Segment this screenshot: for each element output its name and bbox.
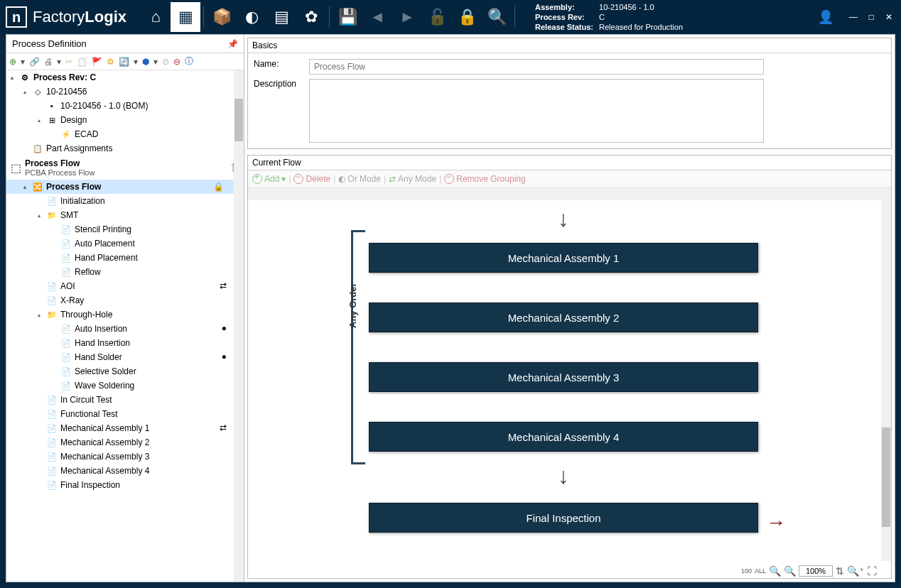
filter-icon[interactable]: ⬢ xyxy=(142,57,149,67)
canvas-scrollbar[interactable] xyxy=(881,200,891,561)
zoom-stepper[interactable]: ⇅ xyxy=(836,565,844,577)
tree-xray[interactable]: 📄X-Ray xyxy=(6,293,244,307)
delete-icon[interactable]: ⊖ xyxy=(173,57,180,67)
tree-functional-test[interactable]: 📄Functional Test xyxy=(6,407,244,421)
description-input[interactable] xyxy=(309,79,764,143)
tree-reflow[interactable]: 📄Reflow xyxy=(6,265,244,279)
add-button[interactable]: Add▾ xyxy=(252,174,286,184)
user-icon[interactable]: 👤 xyxy=(811,2,841,32)
tree-hand-solder[interactable]: 📄Hand Solder xyxy=(6,350,244,364)
tree-through-hole[interactable]: ▴📁Through-Hole xyxy=(6,307,244,322)
tree-part[interactable]: ▴◇10-210456 xyxy=(6,85,244,99)
minimize-button[interactable]: — xyxy=(846,11,860,23)
cut-icon[interactable]: ✂ xyxy=(65,57,72,67)
unlock-icon[interactable]: 🔓 xyxy=(422,2,452,32)
exit-arrow-icon: → xyxy=(766,511,786,534)
tree-mech-asm-1[interactable]: 📄Mechanical Assembly 1 xyxy=(6,421,244,435)
tree-aoi[interactable]: 📄AOI xyxy=(6,279,244,293)
globe-icon[interactable]: ◐ xyxy=(237,2,266,32)
tree-mech-asm-4[interactable]: 📄Mechanical Assembly 4 xyxy=(6,464,244,478)
zoom-all-icon[interactable]: ALL xyxy=(755,567,766,575)
tree-wave-soldering[interactable]: 📄Wave Soldering xyxy=(6,379,244,393)
panel-header: Process Definition 📌 xyxy=(6,35,244,53)
back-icon[interactable]: ◄ xyxy=(362,2,392,32)
zoom-fit-icon[interactable]: ⛶ xyxy=(867,565,877,577)
zoom-in-icon[interactable]: 🔍⁺ xyxy=(847,565,864,577)
or-mode-button[interactable]: ◐Or Mode xyxy=(338,174,381,184)
zoom-out-icon[interactable]: 🔍 xyxy=(769,565,781,577)
rev-label: Process Rev: xyxy=(535,12,599,22)
tree-mech-asm-3[interactable]: 📄Mechanical Assembly 3 xyxy=(6,450,244,464)
assembly-value: 10-210456 - 1.0 xyxy=(599,2,654,12)
tree-process-flow[interactable]: ▴🔀Process Flow🔒 xyxy=(6,180,244,194)
link-icon[interactable]: 🔗 xyxy=(29,57,40,67)
info-icon[interactable]: ⓘ xyxy=(185,55,193,67)
delete-button[interactable]: Delete xyxy=(293,174,330,184)
gear-icon[interactable]: ✿ xyxy=(296,2,326,32)
panel-title: Process Definition xyxy=(12,38,87,49)
tree-bom[interactable]: ▪10-210456 - 1.0 (BOM) xyxy=(6,99,244,113)
tree-selective-solder[interactable]: 📄Selective Solder xyxy=(6,364,244,379)
pin-icon[interactable]: 📌 xyxy=(227,39,238,49)
basics-section: Basics Name: Description xyxy=(247,38,892,149)
separator xyxy=(329,6,330,28)
tree-hand-placement[interactable]: 📄Hand Placement xyxy=(6,251,244,265)
main-toolbar: ⌂ ▦ 📦 ◐ ▤ ✿ 💾 ◄ ► 🔓 🔒 🔍 xyxy=(141,2,518,32)
save-icon[interactable]: 💾 xyxy=(333,2,362,32)
maximize-button[interactable]: □ xyxy=(866,11,877,23)
zoom-input[interactable] xyxy=(799,565,833,577)
paste-icon[interactable]: 📋 xyxy=(77,57,87,67)
grid-edit-icon[interactable]: ▦ xyxy=(171,2,200,32)
tree-initialization[interactable]: 📄Initialization xyxy=(6,194,244,208)
flow-block-final[interactable]: Final Inspection xyxy=(369,503,758,533)
any-mode-button[interactable]: ⇄Any Mode xyxy=(389,174,436,184)
flow-block-ma4[interactable]: Mechanical Assembly 4 xyxy=(369,422,758,452)
zoom-status-bar: 100 ALL 🔍 🔍 ⇅ 🔍⁺ ⛶ xyxy=(741,565,877,577)
rev-value: C xyxy=(599,12,605,22)
process-definition-panel: Process Definition 📌 ⊕▾ 🔗 🖨▾ ✂ 📋 🚩 ⚙ 🔄▾ … xyxy=(6,35,244,582)
tree-mech-asm-2[interactable]: 📄Mechanical Assembly 2 xyxy=(6,435,244,450)
tree-auto-placement[interactable]: 📄Auto Placement xyxy=(6,236,244,251)
tree-rev-root[interactable]: ▴⚙Process Rev: C xyxy=(6,70,244,85)
undo-icon[interactable]: ⊘ xyxy=(162,57,169,67)
tree-ict[interactable]: 📄In Circuit Test xyxy=(6,393,244,407)
gear-small-icon[interactable]: ⚙ xyxy=(107,57,114,67)
name-input[interactable] xyxy=(309,59,764,75)
refresh-icon[interactable]: 🔄 xyxy=(119,57,129,67)
zoom-100-icon[interactable]: 100 xyxy=(741,567,752,575)
process-flow-section[interactable]: ⬚ Process Flow PCBA Process Flow ⬆ xyxy=(6,156,244,180)
flow-canvas[interactable]: ↓ Any Order Mechanical Assembly 1 Mechan… xyxy=(248,187,891,578)
tree-hand-insertion[interactable]: 📄Hand Insertion xyxy=(6,336,244,350)
package-icon[interactable]: 📦 xyxy=(207,2,237,32)
tree-ecad[interactable]: ⚡ECAD xyxy=(6,127,244,141)
lock-icon[interactable]: 🔒 xyxy=(452,2,482,32)
zoom-out-icon[interactable]: 🔍 xyxy=(784,565,796,577)
tree-scrollbar[interactable] xyxy=(234,70,244,582)
tree-smt[interactable]: ▴📁SMT xyxy=(6,208,244,222)
home-icon[interactable]: ⌂ xyxy=(141,2,171,32)
status-label: Release Status: xyxy=(535,22,599,32)
tree-part-assignments[interactable]: 📋Part Assignments xyxy=(6,141,244,156)
title-bar: n FactoryLogix ⌂ ▦ 📦 ◐ ▤ ✿ 💾 ◄ ► 🔓 🔒 🔍 A… xyxy=(0,0,901,34)
flag-icon[interactable]: 🚩 xyxy=(92,57,102,67)
tree-design[interactable]: ▴⊞Design xyxy=(6,113,244,127)
flow-block-ma3[interactable]: Mechanical Assembly 3 xyxy=(369,362,758,392)
scrollbar-thumb[interactable] xyxy=(882,428,890,527)
close-button[interactable]: ✕ xyxy=(883,11,895,23)
search-assembly-icon[interactable]: 🔍 xyxy=(482,2,512,32)
forward-icon[interactable]: ► xyxy=(392,2,422,32)
remove-grouping-button[interactable]: Remove Grouping xyxy=(444,174,525,184)
scrollbar-thumb[interactable] xyxy=(234,99,243,141)
flow-block-ma1[interactable]: Mechanical Assembly 1 xyxy=(369,243,758,273)
basics-header: Basics xyxy=(248,38,891,53)
description-label: Description xyxy=(254,79,303,89)
tree-final-inspection[interactable]: 📄Final Inspection xyxy=(6,478,244,492)
print-icon[interactable]: 🖨 xyxy=(44,57,53,67)
tree-stencil-printing[interactable]: 📄Stencil Printing xyxy=(6,222,244,236)
flow-block-ma2[interactable]: Mechanical Assembly 2 xyxy=(369,303,758,332)
tree-auto-insertion[interactable]: 📄Auto Insertion xyxy=(6,322,244,336)
document-icon[interactable]: ▤ xyxy=(266,2,296,32)
window-controls: 👤 — □ ✕ xyxy=(811,2,895,32)
process-tree: ▴⚙Process Rev: C ▴◇10-210456 ▪10-210456 … xyxy=(6,70,244,582)
add-icon[interactable]: ⊕ xyxy=(9,57,16,67)
